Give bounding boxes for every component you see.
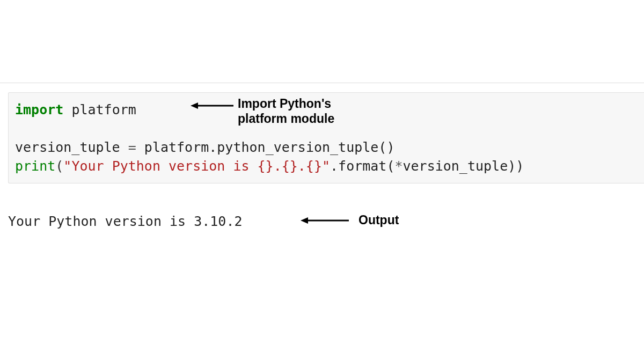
code-cell: import platform version_tuple = platform… <box>8 92 644 183</box>
space <box>136 139 144 155</box>
svg-marker-3 <box>301 217 308 224</box>
annotation-output-text: Output <box>358 213 399 228</box>
divider-line <box>0 83 644 83</box>
space <box>120 139 128 155</box>
equals-op: = <box>128 139 136 155</box>
call-expr: platform.python_version_tuple() <box>144 139 395 155</box>
paren-open: ( <box>55 158 63 174</box>
string-literal: "Your Python version is {}.{}.{}" <box>63 158 330 174</box>
format-call: .format( <box>330 158 394 174</box>
print-fn: print <box>15 158 55 174</box>
star-op: * <box>394 158 402 174</box>
keyword-import: import <box>15 102 63 117</box>
format-arg: version_tuple)) <box>403 158 524 174</box>
space <box>63 102 71 117</box>
module-name: platform <box>71 102 136 117</box>
output-text: Your Python version is 3.10.2 <box>8 214 243 229</box>
arrow-left-icon <box>301 217 349 224</box>
var-name: version_tuple <box>15 139 120 155</box>
annotation-output: Output <box>301 213 399 228</box>
